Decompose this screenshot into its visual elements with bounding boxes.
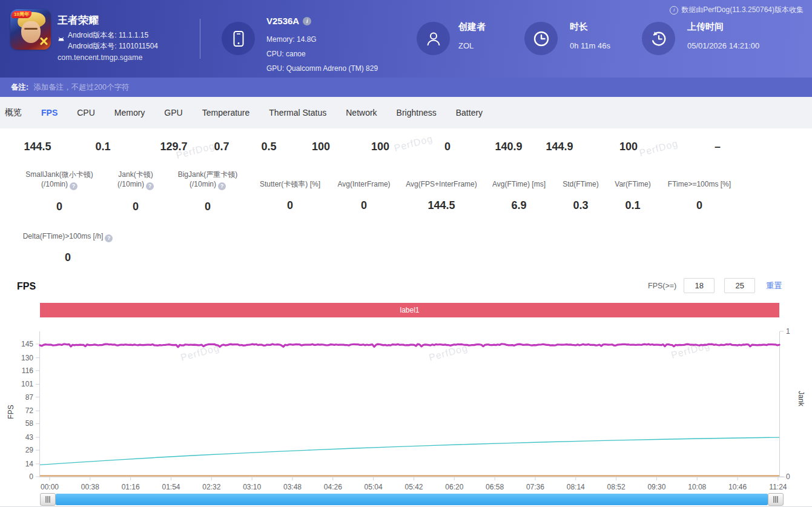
svg-text:43: 43 [25, 433, 34, 442]
perfdog-version-note: i 数据由PerfDog(11.3.250764)版本收集 [670, 5, 804, 15]
creator-icon [417, 22, 450, 55]
scrollbar-right-handle[interactable] [768, 493, 784, 506]
svg-text:72: 72 [25, 406, 34, 415]
metric-tabs: 概览FPSCPUMemoryGPUTemperatureThermal Stat… [0, 97, 812, 128]
svg-text:14: 14 [25, 460, 34, 468]
svg-text:10:46: 10:46 [728, 483, 747, 491]
device-model-row: V2536A i [266, 16, 311, 26]
svg-text:29: 29 [25, 446, 34, 454]
stat-label: Delta(FTime)>100ms [/h]? [4, 231, 131, 242]
anniversary-badge: 10周年 [12, 11, 31, 18]
fps-stats-panel: 144.50.1129.70.70.51001000140.9144.9100–… [0, 128, 812, 279]
svg-text:07:36: 07:36 [526, 483, 544, 491]
svg-text:130: 130 [21, 354, 33, 362]
svg-text:145: 145 [21, 340, 33, 348]
info-outline-icon: i [670, 6, 678, 15]
duration-icon [524, 22, 558, 55]
svg-text:03:10: 03:10 [243, 483, 261, 491]
tab-概览[interactable]: 概览 [5, 107, 22, 118]
svg-text:04:26: 04:26 [324, 483, 342, 491]
android-icon [57, 35, 65, 42]
svg-text:08:14: 08:14 [567, 483, 585, 491]
tab-fps[interactable]: FPS [41, 108, 58, 118]
report-header: 10周年 王者荣耀 Android版本名: 11.1.1.15 Android版… [0, 0, 812, 78]
svg-text:05:42: 05:42 [404, 483, 423, 491]
svg-text:05:04: 05:04 [365, 483, 383, 491]
creator-value: ZOL [458, 41, 474, 50]
device-gpu: GPU: Qualcomm Adreno (TM) 829 [266, 64, 378, 73]
remark-input[interactable]: 添加备注，不超过200个字符 [33, 82, 129, 93]
stat-value: 100 [312, 141, 330, 153]
chart-title: FPS [17, 281, 36, 292]
svg-text:Jank: Jank [797, 391, 805, 406]
tab-memory[interactable]: Memory [114, 108, 145, 118]
upload-time-icon [642, 22, 675, 55]
game-title: 王者荣耀 [58, 13, 99, 27]
stat-label: FTime>=100ms [%] [636, 170, 763, 189]
svg-text:87: 87 [25, 393, 34, 402]
tab-network[interactable]: Network [346, 108, 377, 118]
tab-battery[interactable]: Battery [456, 108, 483, 118]
device-cpu: CPU: canoe [266, 50, 306, 58]
svg-text:10:08: 10:08 [688, 483, 706, 491]
svg-text:1: 1 [786, 327, 790, 336]
grip-icon [773, 496, 778, 503]
stat-value: 0 [444, 141, 451, 153]
stat-value: 0.7 [214, 141, 229, 153]
stat-value: 100 [619, 141, 638, 153]
banner-label: label1 [400, 306, 419, 314]
chart-label-banner: label1 [40, 303, 779, 317]
fps-threshold-input-1[interactable] [684, 278, 715, 293]
duration-label: 时长 [570, 21, 588, 33]
scrollbar-track[interactable] [56, 494, 768, 505]
tab-thermal-status[interactable]: Thermal Status [269, 108, 326, 118]
game-app-icon: 10周年 [10, 9, 51, 50]
device-icon [222, 22, 255, 55]
fps-chart-section: FPS FPS(>=) 重置 label1 014294358728710111… [0, 273, 812, 507]
svg-text:02:32: 02:32 [202, 483, 220, 491]
svg-text:58: 58 [25, 419, 34, 428]
svg-text:03:48: 03:48 [283, 483, 302, 491]
creator-label: 创建者 [458, 21, 486, 33]
svg-text:08:52: 08:52 [607, 483, 626, 491]
svg-text:FPS: FPS [7, 405, 15, 419]
android-version-name: Android版本名: 11.1.1.15 [68, 30, 158, 41]
help-icon[interactable]: ? [105, 234, 113, 242]
stat-value: 100 [371, 141, 389, 153]
svg-text:00:00: 00:00 [41, 483, 59, 491]
tab-cpu[interactable]: CPU [77, 108, 95, 118]
android-version-code: Android版本号: 1101011504 [68, 41, 158, 51]
stat-value: 0.1 [95, 141, 110, 153]
tab-temperature[interactable]: Temperature [202, 108, 250, 118]
svg-text:06:20: 06:20 [445, 483, 463, 491]
stat-value: 144.9 [546, 141, 573, 153]
chart-scrollbar[interactable] [0, 493, 812, 506]
scrollbar-left-handle[interactable] [40, 493, 56, 506]
package-name: com.tencent.tmgp.sgame [58, 53, 142, 62]
stat-value: – [715, 141, 721, 153]
fps-line-chart: 01429435872871011161301451000:0000:3801:… [0, 321, 812, 492]
stat-value: 129.7 [160, 141, 187, 153]
stat-value: 140.9 [495, 141, 522, 153]
fps-threshold-input-2[interactable] [724, 278, 755, 293]
svg-text:0: 0 [786, 472, 790, 481]
upload-time-value: 05/01/2026 14:21:00 [687, 41, 759, 50]
fps-threshold-filter: FPS(>=) 重置 [648, 278, 782, 293]
stat-value: 0.5 [261, 141, 276, 153]
remark-bar: 备注: 添加备注，不超过200个字符 [0, 78, 812, 97]
device-memory: Memory: 14.8G [266, 35, 317, 44]
header-divider [200, 19, 200, 59]
tab-gpu[interactable]: GPU [164, 108, 182, 118]
info-icon[interactable]: i [303, 17, 311, 25]
tab-brightness[interactable]: Brightness [397, 108, 437, 118]
fps-reset-link[interactable]: 重置 [766, 280, 782, 291]
help-icon[interactable]: ? [218, 182, 226, 190]
duration-value: 0h 11m 46s [570, 41, 610, 50]
stat-value: 0 [636, 199, 763, 212]
svg-text:01:54: 01:54 [162, 483, 180, 491]
svg-text:00:38: 00:38 [81, 483, 99, 491]
upload-time-label: 上传时间 [687, 21, 724, 33]
stats-row-1: 144.50.1129.70.70.51001000140.9144.9100– [0, 141, 812, 155]
remark-label: 备注: [11, 82, 28, 93]
stat-value: 144.5 [24, 141, 51, 153]
